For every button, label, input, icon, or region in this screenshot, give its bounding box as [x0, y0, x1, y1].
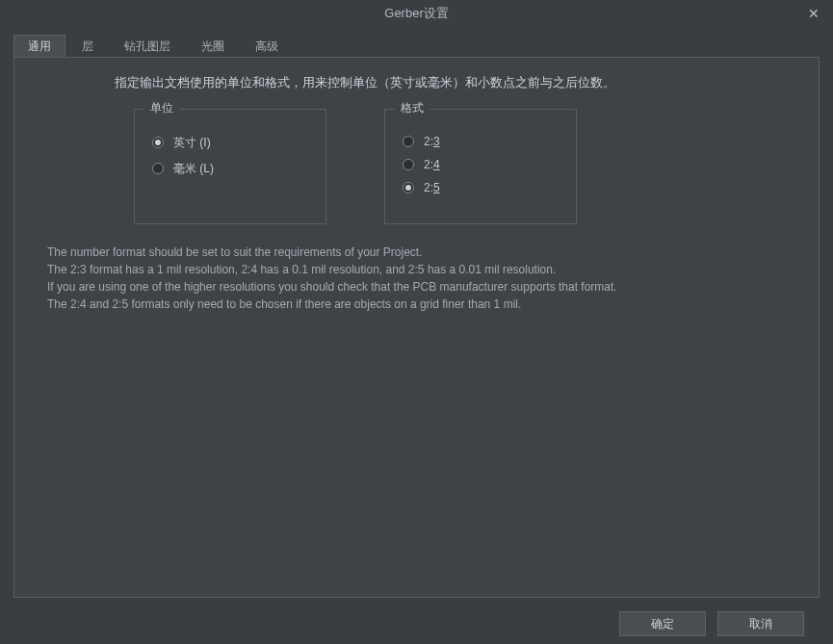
info-line: The number format should be set to suit …	[47, 244, 795, 261]
tab-strip: 通用 层 钻孔图层 光圈 高级	[13, 35, 820, 58]
content-wrapper: 通用 层 钻孔图层 光圈 高级 指定输出文档使用的单位和格式，用来控制单位（英寸…	[0, 27, 833, 644]
radio-icon	[152, 163, 164, 174]
ok-button[interactable]: 确定	[619, 611, 706, 636]
close-icon: ✕	[808, 6, 820, 21]
radio-label: 2:5	[424, 181, 440, 194]
radio-label: 毫米 (L)	[173, 161, 214, 177]
info-line: If you are using one of the higher resol…	[47, 278, 795, 296]
tab-drill[interactable]: 钻孔图层	[110, 35, 185, 58]
format-group-title: 格式	[395, 100, 430, 116]
options-row: 单位 英寸 (I) 毫米 (L) 格式 2:3	[134, 109, 795, 224]
radio-label: 2:4	[424, 158, 440, 171]
units-group-title: 单位	[144, 100, 179, 116]
units-group: 单位 英寸 (I) 毫米 (L)	[134, 109, 326, 224]
instruction-text: 指定输出文档使用的单位和格式，用来控制单位（英寸或毫米）和小数点之前与之后位数。	[115, 73, 795, 93]
tab-advanced[interactable]: 高级	[241, 35, 293, 58]
radio-23[interactable]: 2:3	[403, 135, 559, 148]
cancel-button[interactable]: 取消	[717, 611, 804, 636]
radio-24[interactable]: 2:4	[403, 158, 559, 171]
radio-label: 英寸 (I)	[173, 135, 211, 151]
close-button[interactable]: ✕	[802, 2, 825, 25]
radio-icon	[403, 182, 414, 193]
titlebar: Gerber设置 ✕	[0, 0, 833, 27]
info-line: The 2:4 and 2:5 formats only need to be …	[47, 296, 795, 313]
tab-layers[interactable]: 层	[67, 35, 108, 58]
info-text: The number format should be set to suit …	[47, 244, 795, 313]
radio-icon	[403, 136, 414, 147]
tab-apertures[interactable]: 光圈	[187, 35, 239, 58]
button-bar: 确定 取消	[13, 604, 820, 644]
radio-inches[interactable]: 英寸 (I)	[152, 135, 308, 151]
gerber-settings-dialog: Gerber设置 ✕ 通用 层 钻孔图层 光圈 高级 指定输出文档使用的单位和格…	[0, 0, 833, 644]
dialog-title: Gerber设置	[384, 5, 448, 22]
tab-panel-general: 指定输出文档使用的单位和格式，用来控制单位（英寸或毫米）和小数点之前与之后位数。…	[13, 57, 820, 598]
format-group: 格式 2:3 2:4 2:5	[384, 109, 577, 224]
info-line: The 2:3 format has a 1 mil resolution, 2…	[47, 261, 795, 278]
tab-general[interactable]: 通用	[13, 35, 65, 58]
radio-millimeters[interactable]: 毫米 (L)	[152, 161, 308, 177]
radio-icon	[403, 159, 414, 170]
radio-label: 2:3	[424, 135, 440, 148]
radio-25[interactable]: 2:5	[403, 181, 559, 194]
radio-icon	[152, 137, 164, 148]
